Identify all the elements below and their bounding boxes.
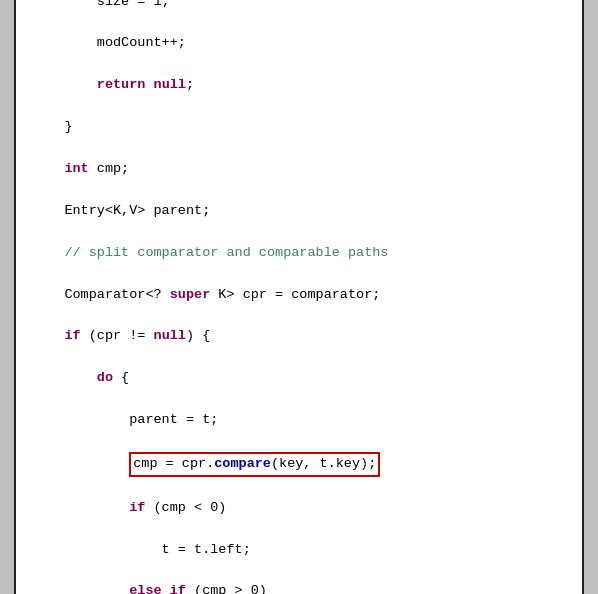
keyword-else-if: else if — [129, 583, 186, 594]
code-line-8: modCount++; — [32, 33, 566, 54]
code-line-13: // split comparator and comparable paths — [32, 243, 566, 264]
code-line-10: } — [32, 117, 566, 138]
code-line-18: cmp = cpr.compare(key, t.key); — [32, 452, 566, 477]
keyword-do: do — [97, 370, 113, 385]
code-line-14: Comparator<? super K> cpr = comparator; — [32, 285, 566, 306]
keyword-null-4: null — [154, 328, 186, 343]
code-line-19: if (cmp < 0) — [32, 498, 566, 519]
method-compare: compare — [214, 456, 271, 471]
code-line-11: int cmp; — [32, 159, 566, 180]
comment-2: // split comparator and comparable paths — [64, 245, 388, 260]
code-editor: public V put(K key, V value) { Entry<K,V… — [14, 0, 584, 594]
code-line-9: return null; — [32, 75, 566, 96]
code-line-16: do { — [32, 368, 566, 389]
keyword-int: int — [64, 161, 88, 176]
keyword-super: super — [170, 287, 211, 302]
code-line-21: else if (cmp > 0) — [32, 581, 566, 594]
keyword-null-3: null — [154, 77, 186, 92]
keyword-return-1: return — [97, 77, 146, 92]
highlighted-line: cmp = cpr.compare(key, t.key); — [129, 452, 380, 477]
code-line-20: t = t.left; — [32, 540, 566, 561]
code-line-12: Entry<K,V> parent; — [32, 201, 566, 222]
code-line-7: size = 1; — [32, 0, 566, 13]
code-line-17: parent = t; — [32, 410, 566, 431]
keyword-if-2: if — [64, 328, 80, 343]
code-line-15: if (cpr != null) { — [32, 326, 566, 347]
keyword-if-3: if — [129, 500, 145, 515]
